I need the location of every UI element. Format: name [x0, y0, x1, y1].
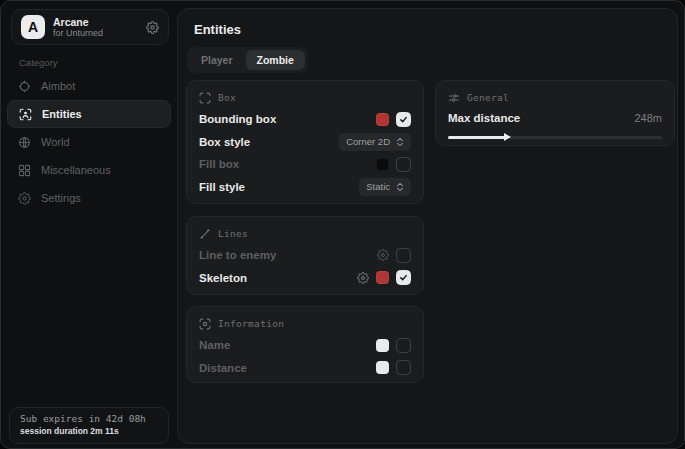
app-window: A Arcane for Unturned Category Aimbot [0, 0, 685, 449]
checkbox-checked[interactable] [396, 270, 411, 285]
line-icon [199, 228, 211, 240]
setting-row-box-style: Box style Corner 2D [199, 131, 411, 154]
crosshair-icon [18, 80, 31, 93]
checkbox-unchecked[interactable] [396, 338, 411, 353]
sidebar-item-aimbot[interactable]: Aimbot [7, 72, 171, 100]
sidebar-nav: Aimbot Entities World Miscellaneous [7, 72, 171, 212]
slider-thumb[interactable] [504, 133, 511, 141]
sidebar-item-label: World [41, 136, 70, 148]
card-title: Box [218, 92, 236, 103]
page-title: Entities [194, 22, 241, 37]
sub-expiry-text: Sub expires in 42d 08h [20, 413, 158, 424]
sidebar-item-label: Aimbot [41, 80, 75, 92]
category-label: Category [19, 57, 58, 68]
box-style-dropdown[interactable]: Corner 2D [339, 133, 411, 151]
color-swatch[interactable] [376, 113, 389, 126]
setting-row-line-to-enemy: Line to enemy [199, 244, 411, 267]
gear-icon[interactable] [377, 249, 389, 261]
max-distance-slider[interactable] [448, 133, 662, 141]
sidebar-item-settings[interactable]: Settings [7, 184, 171, 212]
sidebar-item-world[interactable]: World [7, 128, 171, 156]
card-title: Information [218, 318, 284, 329]
slider-value: 248m [634, 112, 662, 124]
setting-row-skeleton: Skeleton [199, 267, 411, 290]
brand-subtitle: for Unturned [53, 28, 138, 38]
sidebar-item-label: Entities [42, 108, 82, 120]
subscription-status-card: Sub expires in 42d 08h session duration … [9, 407, 169, 444]
slider-fill [448, 136, 506, 139]
checkbox-unchecked[interactable] [396, 360, 411, 375]
main-panel: Entities Player Zombie Box Bounding box [177, 8, 678, 444]
setting-row-name: Name [199, 334, 411, 357]
sidebar-item-label: Miscellaneous [41, 164, 111, 176]
sidebar-item-miscellaneous[interactable]: Miscellaneous [7, 156, 171, 184]
setting-row-bounding-box: Bounding box [199, 108, 411, 131]
brand-name: Arcane [53, 16, 138, 28]
scan-info-icon [199, 318, 211, 330]
setting-row-fill-style: Fill style Static [199, 176, 411, 199]
sliders-icon [448, 92, 460, 104]
chevron-up-down-icon [396, 182, 404, 192]
brand-card: A Arcane for Unturned [11, 9, 169, 45]
chevron-up-down-icon [396, 137, 404, 147]
checkbox-checked[interactable] [396, 112, 411, 127]
color-swatch[interactable] [376, 361, 389, 374]
grid-icon [18, 164, 31, 177]
entities-icon [19, 108, 32, 121]
color-swatch[interactable] [376, 339, 389, 352]
box-card: Box Bounding box Box style Corner 2D [186, 80, 424, 204]
color-swatch[interactable] [376, 158, 389, 171]
checkbox-unchecked[interactable] [396, 248, 411, 263]
general-card: General Max distance 248m [435, 80, 675, 146]
gear-icon[interactable] [146, 21, 159, 34]
tab-player[interactable]: Player [190, 50, 244, 70]
information-card: Information Name Distance [186, 306, 424, 383]
entity-tabs: Player Zombie [187, 47, 308, 73]
checkmark-icon [399, 273, 408, 282]
sidebar: A Arcane for Unturned Category Aimbot [1, 1, 177, 448]
session-duration-text: session duration 2m 11s [20, 426, 158, 436]
card-title: Lines [218, 228, 248, 239]
fill-style-dropdown[interactable]: Static [359, 178, 411, 196]
setting-row-distance: Distance [199, 357, 411, 380]
card-title: General [467, 92, 509, 103]
checkbox-unchecked[interactable] [396, 157, 411, 172]
tab-zombie[interactable]: Zombie [246, 50, 305, 70]
brand-logo: A [21, 15, 45, 39]
sidebar-item-entities[interactable]: Entities [7, 100, 171, 128]
sidebar-item-label: Settings [41, 192, 81, 204]
scan-box-icon [199, 92, 211, 104]
lines-card: Lines Line to enemy Skeleton [186, 216, 424, 295]
gear-icon[interactable] [357, 272, 369, 284]
checkmark-icon [399, 115, 408, 124]
color-swatch[interactable] [376, 271, 389, 284]
setting-row-fill-box: Fill box [199, 153, 411, 176]
globe-icon [18, 136, 31, 149]
gear-icon [18, 192, 31, 205]
setting-row-max-distance: Max distance 248m [448, 108, 662, 128]
